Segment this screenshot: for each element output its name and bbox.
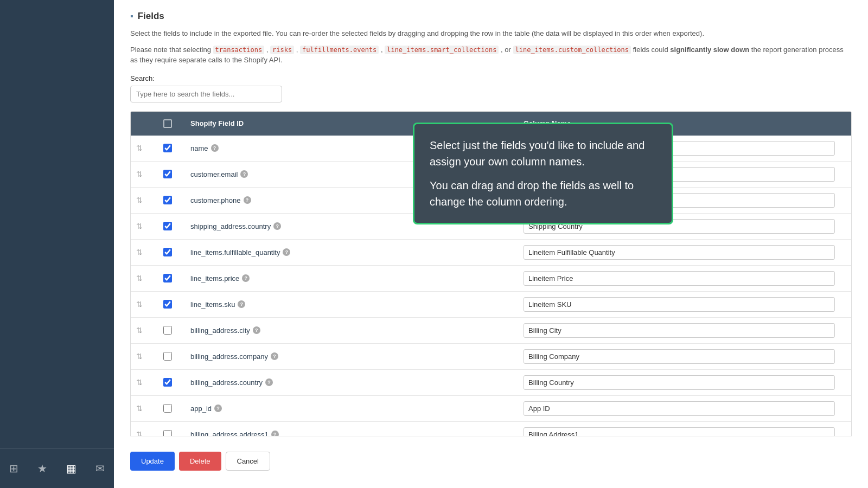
info-icon[interactable]: ? [273,222,281,230]
drag-cell[interactable]: ⇅ [131,214,158,239]
drag-handle-icon[interactable]: ⇅ [136,352,143,361]
info-icon[interactable]: ? [238,300,245,308]
row-checkbox[interactable] [163,274,172,282]
select-all-checkbox[interactable] [163,119,172,128]
checkbox-cell[interactable] [158,162,185,187]
star-icon[interactable]: ★ [33,458,52,479]
column-name-input[interactable] [524,375,835,390]
column-name-cell[interactable] [518,266,851,291]
column-name-input[interactable] [524,297,835,312]
drag-handle-icon[interactable]: ⇅ [136,378,143,387]
info-icon[interactable]: ? [240,170,248,178]
info-icon[interactable]: ? [271,352,278,360]
column-name-cell[interactable] [518,214,851,239]
column-name-input[interactable] [524,167,835,182]
row-checkbox[interactable] [163,144,172,152]
drag-handle-icon[interactable]: ⇅ [136,170,143,178]
column-name-input[interactable] [524,323,835,338]
mail-icon[interactable]: ✉ [91,458,109,479]
info-icon[interactable]: ? [242,274,250,282]
field-id-text: shipping_address.country [190,222,271,230]
info-icon[interactable]: ? [265,378,273,386]
checkbox-cell[interactable] [158,344,185,369]
drag-cell[interactable]: ⇅ [131,240,158,265]
action-buttons: Update Delete Cancel [130,452,852,471]
checkbox-cell[interactable] [158,240,185,265]
checkbox-cell[interactable] [158,318,185,343]
column-name-cell[interactable] [518,162,851,187]
column-name-input[interactable] [524,271,835,286]
warning-text: Please note that selecting transactions … [130,44,852,66]
drag-cell[interactable]: ⇅ [131,136,158,161]
drag-cell[interactable]: ⇅ [131,162,158,187]
checkbox-cell[interactable] [158,396,185,421]
column-name-input[interactable] [524,141,835,156]
row-checkbox[interactable] [163,326,172,335]
grid-icon[interactable]: ▦ [62,458,81,479]
column-name-input[interactable] [524,193,835,208]
column-name-input[interactable] [524,349,835,364]
drag-handle-icon[interactable]: ⇅ [136,404,143,413]
row-checkbox[interactable] [163,300,172,309]
row-checkbox[interactable] [163,170,172,178]
field-id-cell: line_items.fulfillable_quantity ? [185,240,518,265]
drag-cell[interactable]: ⇅ [131,396,158,421]
column-name-cell[interactable] [518,240,851,265]
field-id-text: line_items.fulfillable_quantity [190,248,280,256]
tag-smart-collections: line_items.smart_collections [385,46,499,54]
drag-cell[interactable]: ⇅ [131,292,158,317]
checkbox-cell[interactable] [158,214,185,239]
info-icon[interactable]: ? [211,144,219,152]
row-checkbox[interactable] [163,404,172,413]
drag-handle-icon[interactable]: ⇅ [136,274,143,282]
dashboard-icon[interactable]: ⊞ [5,458,23,479]
column-name-cell[interactable] [518,370,851,395]
column-name-input[interactable] [524,245,835,260]
checkbox-cell[interactable] [158,292,185,317]
column-name-cell[interactable] [518,396,851,421]
search-input[interactable] [130,86,282,102]
row-checkbox[interactable] [163,196,172,204]
info-icon[interactable]: ? [253,326,260,334]
drag-cell[interactable]: ⇅ [131,370,158,395]
column-name-cell[interactable] [518,188,851,213]
row-checkbox[interactable] [163,352,172,361]
drag-handle-icon[interactable]: ⇅ [136,300,143,309]
update-button[interactable]: Update [130,452,175,471]
checkbox-cell[interactable] [158,136,185,161]
field-id-cell: customer.email ? [185,162,518,187]
table-row: ⇅ billing_address.company ? [131,344,851,370]
row-checkbox[interactable] [163,378,172,387]
field-id-text: billing_address.company [190,352,268,361]
info-icon[interactable]: ? [214,404,222,412]
drag-handle-icon[interactable]: ⇅ [136,326,143,335]
info-icon[interactable]: ? [244,196,251,204]
field-id-cell: name ? [185,136,518,161]
field-id-text: customer.phone [190,196,241,204]
drag-handle-icon[interactable]: ⇅ [136,222,143,230]
drag-cell[interactable]: ⇅ [131,188,158,213]
row-checkbox[interactable] [163,222,172,230]
row-checkbox[interactable] [163,248,172,256]
column-name-input[interactable] [524,401,835,416]
drag-handle-icon[interactable]: ⇅ [136,144,143,152]
column-name-cell[interactable] [518,344,851,369]
drag-handle-icon[interactable]: ⇅ [136,248,143,256]
column-name-cell[interactable] [518,136,851,161]
drag-handle-icon[interactable]: ⇅ [136,196,143,204]
checkbox-cell[interactable] [158,188,185,213]
drag-cell[interactable]: ⇅ [131,266,158,291]
column-name-cell[interactable] [518,292,851,317]
cancel-button[interactable]: Cancel [226,452,270,471]
drag-cell[interactable]: ⇅ [131,344,158,369]
column-name-cell[interactable] [518,318,851,343]
th-select[interactable] [158,117,185,130]
field-id-text: name [190,144,208,152]
tag-custom-collections: line_items.custom_collections [513,46,631,54]
delete-button[interactable]: Delete [179,452,221,471]
column-name-input[interactable] [524,219,835,234]
info-icon[interactable]: ? [283,248,290,256]
checkbox-cell[interactable] [158,266,185,291]
drag-cell[interactable]: ⇅ [131,318,158,343]
checkbox-cell[interactable] [158,370,185,395]
